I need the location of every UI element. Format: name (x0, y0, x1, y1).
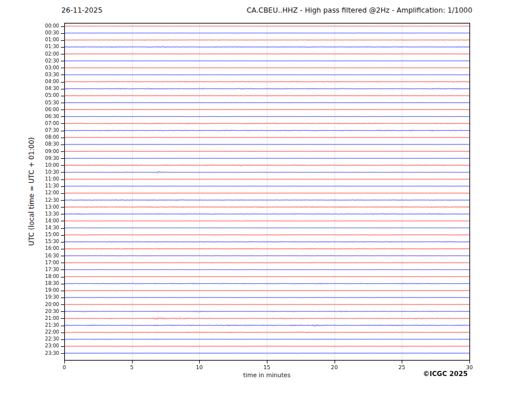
copyright-label: ©ICGC 2025 (423, 370, 468, 378)
y-tick-label: 02:30 (0, 58, 59, 64)
y-tick-label: 13:30 (0, 212, 59, 217)
y-tick-label: 17:30 (0, 267, 59, 272)
y-tick-label: 23:30 (0, 351, 59, 356)
x-tick-label: 5 (121, 365, 143, 370)
y-tick-label: 19:00 (0, 288, 59, 293)
y-tick-label: 04:00 (0, 79, 59, 84)
y-tick-label: 07:30 (0, 128, 59, 133)
y-tick-label: 16:30 (0, 253, 59, 259)
y-tick-label: 00:30 (0, 30, 59, 36)
y-tick-label: 23:00 (0, 343, 59, 349)
y-tick-label: 06:00 (0, 107, 59, 112)
y-tick-label: 08:30 (0, 142, 59, 147)
y-tick-label: 12:30 (0, 198, 59, 203)
y-tick-label: 03:30 (0, 72, 59, 77)
y-tick-label: 03:00 (0, 65, 59, 71)
helicorder-figure: 26-11-2025 CA.CBEU..HHZ - High pass filt… (0, 0, 532, 399)
y-tick-label: 13:00 (0, 205, 59, 210)
x-tick-label: 20 (323, 365, 346, 370)
y-tick-label: 21:30 (0, 323, 59, 328)
y-tick-label: 16:00 (0, 246, 59, 251)
y-tick-label: 10:00 (0, 163, 59, 168)
y-tick-label: 09:30 (0, 156, 59, 161)
y-tick-label: 04:30 (0, 86, 59, 91)
x-tick-label: 15 (255, 365, 278, 370)
y-tick-label: 09:00 (0, 149, 59, 154)
y-tick-label: 11:30 (0, 183, 59, 189)
y-tick-label: 22:30 (0, 337, 59, 342)
x-tick-label: 25 (390, 365, 413, 370)
y-tick-label: 22:00 (0, 330, 59, 335)
y-tick-label: 06:30 (0, 114, 59, 119)
y-tick-label: 20:00 (0, 302, 59, 307)
y-tick-label: 19:30 (0, 295, 59, 300)
y-tick-label: 02:00 (0, 52, 59, 57)
y-tick-label: 05:30 (0, 100, 59, 105)
x-tick-label: 0 (53, 365, 76, 370)
y-tick-label: 15:30 (0, 239, 59, 244)
y-tick-label: 18:00 (0, 274, 59, 279)
y-tick-label: 05:00 (0, 93, 59, 98)
y-tick-label: 14:30 (0, 225, 59, 230)
y-tick-label: 15:00 (0, 232, 59, 237)
y-tick-label: 17:00 (0, 260, 59, 265)
y-tick-label: 14:00 (0, 218, 59, 224)
y-tick-label: 21:00 (0, 316, 59, 321)
y-tick-label: 01:30 (0, 44, 59, 49)
y-tick-label: 07:00 (0, 121, 59, 126)
y-tick-label: 18:30 (0, 281, 59, 286)
y-tick-label: 08:00 (0, 135, 59, 140)
y-tick-label: 20:30 (0, 309, 59, 314)
x-tick-label: 10 (188, 365, 211, 370)
y-tick-label: 11:00 (0, 177, 59, 182)
seismogram-canvas (0, 0, 532, 399)
x-axis-label: time in minutes (64, 371, 469, 378)
y-tick-label: 01:00 (0, 37, 59, 42)
y-tick-label: 12:00 (0, 190, 59, 195)
y-tick-label: 10:30 (0, 170, 59, 175)
y-tick-label: 00:00 (0, 24, 59, 29)
